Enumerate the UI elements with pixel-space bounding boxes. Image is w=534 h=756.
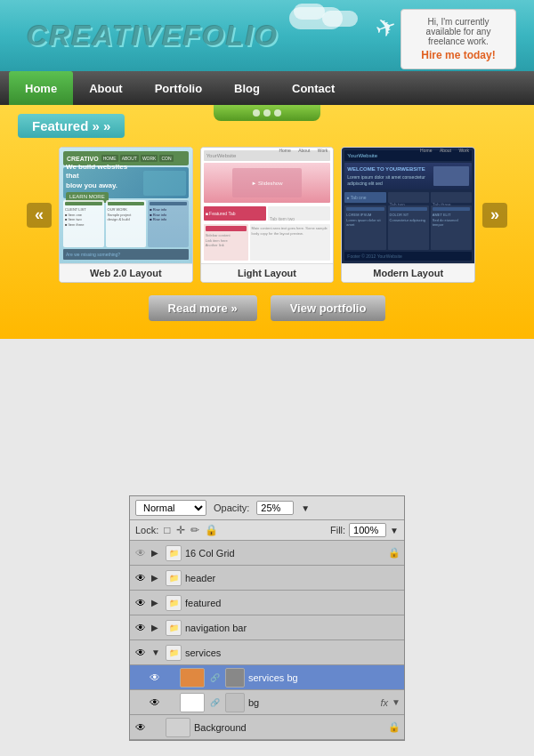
prev-arrow[interactable]: « xyxy=(27,203,52,228)
slide-image-light: YourWebsite Home About Work ► Slideshow xyxy=(201,148,334,263)
slide-label-modern: Modern Layout xyxy=(342,263,474,282)
layers-lock-row: Lock: □ ✛ ✏ 🔒 Fill: ▼ xyxy=(130,520,404,541)
layer-name-header: header xyxy=(185,573,400,583)
layer-row-navbar[interactable]: 👁 ▶ 📁 navigation bar xyxy=(130,615,404,640)
nav-bar: Home About Portfolio Blog Contact xyxy=(0,71,534,105)
slider-container: « CREATIVO HOMEABOUTWORKCON xyxy=(0,147,534,283)
fill-input[interactable] xyxy=(349,523,386,537)
layer-expand-grid[interactable]: ▶ xyxy=(151,548,162,558)
opacity-input[interactable] xyxy=(256,501,294,515)
slide-web20: CREATIVO HOMEABOUTWORKCON We build websi… xyxy=(59,147,193,283)
site-logo[interactable]: CREATIVEFOLIO xyxy=(27,20,279,52)
logo-area: CREATIVEFOLIO xyxy=(27,20,279,52)
opacity-arrow-icon: ▼ xyxy=(301,503,310,513)
layer-row-services[interactable]: 👁 ▼ 📁 services xyxy=(130,640,404,665)
paper-plane-icon: ✈ xyxy=(371,11,400,45)
layer-mask-services-bg xyxy=(225,668,245,688)
layer-expand-navbar[interactable]: ▶ xyxy=(151,623,162,632)
layer-eye-services-bg[interactable]: 👁 xyxy=(148,671,162,685)
view-portfolio-button[interactable]: View portfolio xyxy=(271,295,386,321)
layer-lock-grid: 🔒 xyxy=(388,547,400,559)
lock-move-icon[interactable]: ✛ xyxy=(176,524,185,536)
layer-name-services-bg: services bg xyxy=(248,672,400,683)
slides-wrapper: CREATIVO HOMEABOUTWORKCON We build websi… xyxy=(59,147,475,283)
layer-mask-bg xyxy=(225,693,245,712)
layer-eye-services[interactable]: 👁 xyxy=(134,646,148,660)
read-more-button[interactable]: Read more » xyxy=(149,295,257,321)
opacity-label: Opacity: xyxy=(214,503,249,513)
nav-portfolio[interactable]: Portfolio xyxy=(139,71,218,105)
layer-eye-header[interactable]: 👁 xyxy=(134,571,148,585)
slide-label-web20: Web 2.0 Layout xyxy=(60,263,192,282)
layer-row-featured[interactable]: 👁 ▶ 📁 featured xyxy=(130,591,404,615)
lock-label: Lock: xyxy=(135,525,158,535)
layer-fx-icon: fx xyxy=(381,697,389,708)
layer-chain-bg-icon: 🔗 xyxy=(208,698,222,707)
layer-folder-services: 📁 xyxy=(166,645,182,661)
layer-row-background[interactable]: 👁 Background 🔒 xyxy=(130,715,404,740)
nav-contact[interactable]: Contact xyxy=(276,71,351,105)
layer-lock-background: 🔒 xyxy=(388,721,400,733)
layer-name-services: services xyxy=(185,647,400,658)
layer-eye-grid[interactable]: 👁 xyxy=(134,546,148,560)
layer-folder-header: 📁 xyxy=(166,570,182,586)
layer-eye-background[interactable]: 👁 xyxy=(134,720,148,735)
lock-all-icon[interactable]: 🔒 xyxy=(205,524,218,536)
layer-thumb-services-bg xyxy=(180,668,205,688)
hire-box[interactable]: Hi, I'm currently available for any free… xyxy=(400,9,516,69)
layers-toolbar: Normal Opacity: ▼ xyxy=(130,496,404,520)
site-header: CREATIVEFOLIO ✈ Hi, I'm currently availa… xyxy=(0,0,534,71)
layer-thumb-bg xyxy=(180,693,205,712)
slide-label-light: Light Layout xyxy=(201,263,334,282)
fill-area: Fill: ▼ xyxy=(330,523,399,537)
slide-light: YourWebsite Home About Work ► Slideshow xyxy=(200,147,335,283)
nav-blog[interactable]: Blog xyxy=(218,71,276,105)
lock-paint-icon[interactable]: ✏ xyxy=(190,524,199,536)
layer-folder-navbar: 📁 xyxy=(166,620,182,636)
layer-row-header[interactable]: 👁 ▶ 📁 header xyxy=(130,566,404,591)
toolbar-dot xyxy=(274,109,281,117)
layer-name-featured: featured xyxy=(185,598,400,608)
layer-name-navbar: navigation bar xyxy=(185,623,400,633)
layer-expand-featured[interactable]: ▶ xyxy=(151,598,162,607)
slide-image-web20: CREATIVO HOMEABOUTWORKCON We build websi… xyxy=(60,148,192,263)
toolbar-dot xyxy=(253,109,260,117)
layer-folder-grid: 📁 xyxy=(166,545,182,561)
layer-name-bg: bg xyxy=(248,697,377,708)
layer-row-services-bg[interactable]: 👁 🔗 services bg xyxy=(130,665,404,690)
layer-expand-header[interactable]: ▶ xyxy=(151,573,162,583)
layer-eye-navbar[interactable]: 👁 xyxy=(134,621,148,635)
nav-about[interactable]: About xyxy=(73,71,139,105)
main-content: Normal Opacity: ▼ Lock: □ ✛ ✏ 🔒 Fill: ▼ … xyxy=(0,339,534,741)
blend-mode-select[interactable]: Normal xyxy=(135,500,206,516)
layer-eye-bg[interactable]: 👁 xyxy=(148,696,162,710)
fill-label: Fill: xyxy=(330,525,345,535)
layer-folder-featured: 📁 xyxy=(166,595,182,611)
layer-row-bg[interactable]: 👁 🔗 bg fx ▼ xyxy=(130,690,404,715)
next-arrow[interactable]: » xyxy=(482,203,507,228)
layer-name-grid: 16 Col Grid xyxy=(185,548,384,559)
nav-home[interactable]: Home xyxy=(9,71,73,105)
slide-modern: YourWebsite Home About Work WELCOME TO Y… xyxy=(341,147,475,283)
layer-chain-icon: 🔗 xyxy=(208,673,222,682)
slider-toolbar xyxy=(214,105,320,121)
featured-label[interactable]: Featured » xyxy=(18,114,125,138)
hire-text: Hi, I'm currently available for any free… xyxy=(412,17,505,46)
layer-name-background: Background xyxy=(194,722,384,733)
featured-section: Featured » « CREATIVO HOMEABOUTWORKCON xyxy=(0,105,534,339)
layer-fx-arrow-icon: ▼ xyxy=(392,697,400,707)
layer-row-grid[interactable]: 👁 ▶ 📁 16 Col Grid 🔒 xyxy=(130,541,404,566)
hire-link[interactable]: Hire me today! xyxy=(412,49,505,61)
layer-eye-featured[interactable]: 👁 xyxy=(134,596,148,610)
layer-thumb-background xyxy=(166,718,190,737)
fill-arrow-icon: ▼ xyxy=(390,526,399,535)
lock-rect-icon[interactable]: □ xyxy=(164,524,170,536)
slide-image-modern: YourWebsite Home About Work WELCOME TO Y… xyxy=(342,148,474,263)
slider-buttons: Read more » View portfolio xyxy=(0,295,534,321)
toolbar-dot xyxy=(263,109,271,117)
layers-panel: Normal Opacity: ▼ Lock: □ ✛ ✏ 🔒 Fill: ▼ … xyxy=(129,495,405,741)
layer-expand-services[interactable]: ▼ xyxy=(151,647,162,657)
